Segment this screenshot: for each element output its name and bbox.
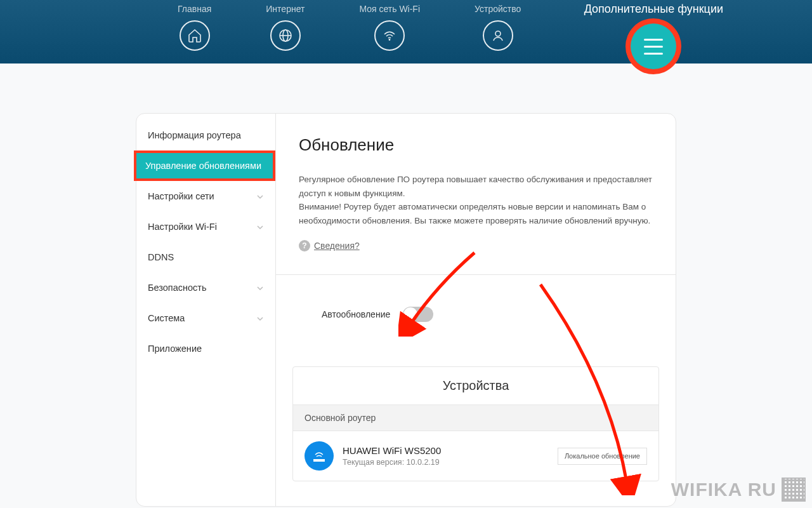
svg-point-3 (495, 31, 501, 36)
device-row: HUAWEI WiFi WS5200 Текущая версия: 10.0.… (293, 431, 658, 481)
home-icon (180, 20, 210, 51)
page-title: Обновление (299, 135, 653, 155)
main-panel: Информация роутера Управление обновления… (136, 113, 676, 507)
content-area: Обновление Регулярное обновление ПО роут… (276, 114, 676, 506)
wifi-icon (374, 20, 405, 51)
chevron-down-icon (256, 223, 264, 231)
router-icon (304, 441, 334, 471)
nav-internet[interactable]: Интернет (266, 4, 304, 51)
sidebar-network[interactable]: Настройки сети (136, 181, 275, 211)
nav-extra-label: Дополнительные функции (584, 3, 723, 16)
sidebar-security[interactable]: Безопасность (136, 272, 275, 303)
sidebar-ddns[interactable]: DDNS (136, 242, 275, 272)
devices-panel: Устройства Основной роутер HUAWEI WiFi W… (292, 366, 659, 481)
nav-device[interactable]: Устройство (475, 4, 521, 51)
highlight-circle (625, 18, 681, 74)
local-update-button[interactable]: Локальное обновление (558, 448, 647, 465)
sidebar-updates[interactable]: Управление обновлениями (134, 150, 275, 181)
device-version: Текущая версия: 10.0.2.19 (343, 458, 549, 467)
nav-wifi[interactable]: Моя сеть Wi-Fi (359, 4, 420, 51)
qr-icon (782, 478, 806, 502)
chevron-down-icon (256, 284, 264, 291)
devices-title: Устройства (293, 367, 658, 405)
chevron-down-icon (256, 314, 264, 322)
menu-button[interactable] (631, 23, 676, 69)
details-link[interactable]: ? Сведения? (299, 240, 653, 251)
user-icon (483, 20, 513, 51)
chevron-down-icon (256, 192, 264, 200)
sidebar-router-info[interactable]: Информация роутера (136, 120, 275, 150)
devices-segment: Основной роутер (293, 405, 658, 431)
auto-update-label: Автообновление (322, 309, 390, 319)
device-name: HUAWEI WiFi WS5200 (343, 445, 549, 456)
globe-icon (270, 20, 301, 51)
page-description: Регулярное обновление ПО роутера повышае… (299, 173, 653, 227)
sidebar-wifi[interactable]: Настройки Wi-Fi (136, 211, 275, 242)
help-icon: ? (299, 240, 310, 251)
sidebar-app[interactable]: Приложение (136, 333, 275, 364)
sidebar: Информация роутера Управление обновления… (136, 114, 276, 506)
svg-point-2 (390, 39, 390, 40)
top-nav-bar: Главная Интернет Моя сеть Wi-Fi Устройст… (0, 0, 812, 64)
auto-update-toggle[interactable] (403, 307, 433, 322)
sidebar-system[interactable]: Система (136, 303, 275, 333)
watermark: WIFIKA RU (671, 478, 806, 502)
nav-home[interactable]: Главная (178, 4, 211, 51)
divider (276, 274, 676, 275)
